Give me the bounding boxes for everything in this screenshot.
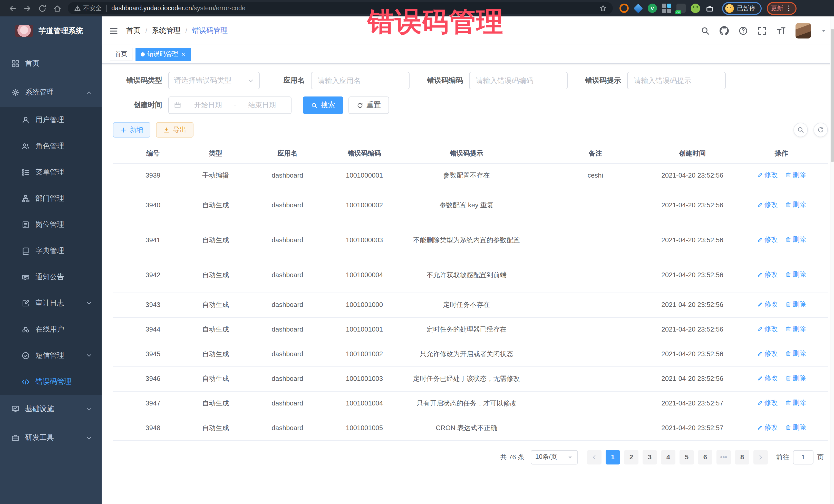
sidebar-item-岗位管理[interactable]: 岗位管理 xyxy=(0,212,102,238)
page-button-1[interactable]: 1 xyxy=(606,450,620,464)
scrollbar-thumb[interactable] xyxy=(831,29,834,162)
security-warning-icon[interactable] xyxy=(74,5,81,12)
filter-input-错误码编码[interactable] xyxy=(469,72,568,89)
next-page-button[interactable] xyxy=(753,450,768,464)
address-bar[interactable]: 不安全 dashboard.yudao.iocoder.cn/system/er… xyxy=(68,2,613,14)
page-button-3[interactable]: 3 xyxy=(642,450,657,464)
search-button[interactable]: 搜索 xyxy=(303,96,343,114)
close-icon[interactable] xyxy=(181,51,186,57)
sidebar-item-基础设施[interactable]: 基础设施 xyxy=(0,395,102,423)
sidebar-item-通知公告[interactable]: 通知公告 xyxy=(0,264,102,290)
github-icon[interactable] xyxy=(720,26,729,36)
delete-link[interactable]: 删除 xyxy=(785,422,806,433)
security-label[interactable]: 不安全 xyxy=(83,4,102,13)
goto-page-input[interactable] xyxy=(793,450,813,464)
delete-link[interactable]: 删除 xyxy=(785,235,806,245)
sidebar-item-角色管理[interactable]: 角色管理 xyxy=(0,133,102,159)
show-search-toggle-button[interactable] xyxy=(793,123,808,137)
extension-blue-gem-icon[interactable] xyxy=(634,4,643,13)
edit-link[interactable]: 修改 xyxy=(757,200,778,210)
edit-link[interactable]: 修改 xyxy=(757,349,778,359)
edit-link[interactable]: 修改 xyxy=(757,299,778,309)
chevron-down-icon xyxy=(86,300,92,306)
text-size-icon[interactable] xyxy=(776,26,786,36)
breadcrumb-item[interactable]: 首页 xyxy=(126,26,140,36)
date-range-picker[interactable]: 开始日期 - 结束日期 xyxy=(168,96,291,114)
breadcrumb-item[interactable]: 系统管理 xyxy=(152,26,181,36)
sidebar-logo-row[interactable]: 芋道管理系统 xyxy=(0,17,102,45)
browser-forward-icon[interactable] xyxy=(23,4,32,13)
extension-green-droid-icon[interactable] xyxy=(691,4,700,13)
refresh-table-button[interactable] xyxy=(813,123,828,137)
prev-page-button[interactable] xyxy=(587,450,601,464)
user-avatar[interactable] xyxy=(795,23,811,39)
browser-update-button[interactable]: 更新 xyxy=(767,2,796,15)
page-button-8[interactable]: 8 xyxy=(735,450,749,464)
browser-back-icon[interactable] xyxy=(8,4,17,13)
extension-switch-icon[interactable]: on xyxy=(676,4,686,13)
cell-created-time: 2021-04-20 23:52:56 xyxy=(650,367,735,391)
page-button-6[interactable]: 6 xyxy=(698,450,712,464)
edit-link[interactable]: 修改 xyxy=(757,324,778,334)
filter-select-错误码类型[interactable]: 请选择错误码类型 xyxy=(168,72,260,89)
edit-link[interactable]: 修改 xyxy=(757,235,778,245)
reset-button[interactable]: 重置 xyxy=(349,96,389,114)
browser-profile-chip[interactable]: 已暂停 xyxy=(722,2,762,15)
avatar-caret-icon[interactable] xyxy=(821,28,827,34)
user-icon xyxy=(22,116,30,124)
extensions-puzzle-icon[interactable] xyxy=(705,4,715,13)
delete-link[interactable]: 删除 xyxy=(785,324,806,334)
delete-link[interactable]: 删除 xyxy=(785,398,806,408)
add-button[interactable]: 新增 xyxy=(113,122,150,137)
hamburger-icon[interactable] xyxy=(109,26,118,36)
bookmark-star-icon[interactable] xyxy=(599,5,607,12)
browser-home-icon[interactable] xyxy=(53,4,62,13)
view-tag-错误码管理[interactable]: 错误码管理 xyxy=(135,47,191,61)
page-size-select[interactable]: 10条/页 xyxy=(531,450,578,464)
browser-menu-icon[interactable] xyxy=(785,5,792,12)
edit-link[interactable]: 修改 xyxy=(757,373,778,384)
page-button-5[interactable]: 5 xyxy=(680,450,694,464)
fullscreen-icon[interactable] xyxy=(758,26,767,36)
extension-grid-icon[interactable] xyxy=(662,4,671,13)
delete-link[interactable]: 删除 xyxy=(785,200,806,210)
view-tag-首页[interactable]: 首页 xyxy=(110,47,132,61)
delete-link[interactable]: 删除 xyxy=(785,269,806,280)
edit-link[interactable]: 修改 xyxy=(757,422,778,433)
browser-reload-icon[interactable] xyxy=(38,4,47,13)
gear-icon xyxy=(11,88,20,96)
browser-profile-avatar xyxy=(725,4,734,13)
edit-icon xyxy=(757,400,763,406)
table-row-3948: 3948自动生成dashboard1001001005CRON 表达式不正确20… xyxy=(113,416,828,440)
edit-link[interactable]: 修改 xyxy=(757,398,778,408)
sidebar-item-菜单管理[interactable]: 菜单管理 xyxy=(0,159,102,185)
sidebar-item-首页[interactable]: 首页 xyxy=(0,49,102,78)
edit-link[interactable]: 修改 xyxy=(757,170,778,180)
delete-link[interactable]: 删除 xyxy=(785,349,806,359)
sidebar-item-错误码管理[interactable]: 错误码管理 xyxy=(0,369,102,395)
filter-input-错误码提示[interactable] xyxy=(627,72,726,89)
sidebar-item-用户管理[interactable]: 用户管理 xyxy=(0,107,102,133)
extension-green-check-icon[interactable]: V xyxy=(648,4,657,13)
export-button[interactable]: 导出 xyxy=(156,122,194,137)
sidebar-item-部门管理[interactable]: 部门管理 xyxy=(0,185,102,212)
sidebar-item-审计日志[interactable]: 审计日志 xyxy=(0,290,102,316)
window-scrollbar[interactable] xyxy=(830,17,834,504)
delete-link[interactable]: 删除 xyxy=(785,299,806,309)
page-ellipsis-icon[interactable]: ••• xyxy=(717,450,731,464)
page-button-2[interactable]: 2 xyxy=(624,450,638,464)
cell-code: 1001001003 xyxy=(337,367,392,391)
help-icon[interactable] xyxy=(739,26,748,36)
sidebar-item-字典管理[interactable]: 字典管理 xyxy=(0,238,102,264)
sidebar-item-短信管理[interactable]: 短信管理 xyxy=(0,342,102,369)
extension-orange-ring-icon[interactable] xyxy=(619,4,629,13)
edit-link[interactable]: 修改 xyxy=(757,269,778,280)
search-icon[interactable] xyxy=(701,26,710,36)
page-button-4[interactable]: 4 xyxy=(661,450,675,464)
delete-link[interactable]: 删除 xyxy=(785,373,806,384)
filter-input-应用名[interactable] xyxy=(311,72,410,89)
sidebar-item-研发工具[interactable]: 研发工具 xyxy=(0,423,102,452)
sidebar-item-在线用户[interactable]: 在线用户 xyxy=(0,316,102,342)
sidebar-item-系统管理[interactable]: 系统管理 xyxy=(0,78,102,107)
delete-link[interactable]: 删除 xyxy=(785,170,806,180)
